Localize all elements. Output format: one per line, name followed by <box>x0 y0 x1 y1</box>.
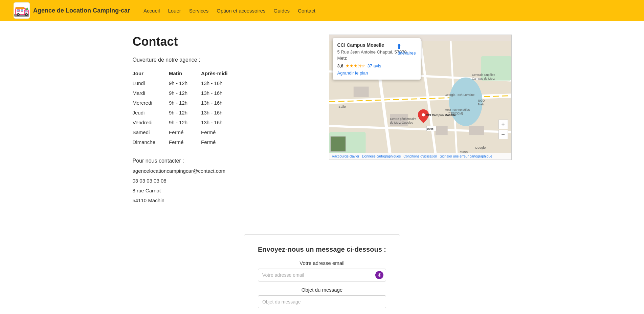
contact-email: agencelocationcampingcar@contact.com <box>133 168 315 174</box>
logo-text: Agence de Location Camping-car <box>33 7 130 14</box>
svg-point-8 <box>18 14 19 15</box>
svg-rect-28 <box>435 126 447 135</box>
svg-point-22 <box>449 78 483 126</box>
schedule-cell-apres_midi-6: Fermé <box>201 137 241 147</box>
map-zoom-in-button[interactable]: + <box>498 120 508 129</box>
svg-rect-4 <box>17 9 20 12</box>
map-error-link[interactable]: Signaler une erreur cartographique <box>440 154 492 158</box>
svg-point-44 <box>422 113 425 117</box>
map-popup-rating-row: 3,6 ★★★½☆ 37 avis <box>337 63 416 68</box>
schedule-cell-jour-6: Dimanche <box>133 137 169 147</box>
email-input[interactable] <box>258 269 386 281</box>
svg-text:UGO: UGO <box>478 99 485 102</box>
contact-address2: 54110 Machin <box>133 197 315 203</box>
subject-label: Objet du message <box>258 287 386 293</box>
schedule-cell-matin-4: 9h - 12h <box>169 118 201 127</box>
schedule-row: SamediFerméFermé <box>133 127 241 137</box>
schedule-row: Mardi9h - 12h13h - 16h <box>133 88 241 98</box>
required-icon: ✳ <box>375 271 383 279</box>
schedule-cell-jour-5: Samedi <box>133 127 169 137</box>
svg-text:Salle: Salle <box>338 105 346 108</box>
email-form-group: Votre adresse email ✳ <box>258 260 386 281</box>
schedule-cell-matin-0: 9h - 12h <box>169 78 201 88</box>
schedule-cell-apres_midi-4: 13h - 16h <box>201 118 241 127</box>
schedule-cell-matin-2: 9h - 12h <box>169 98 201 108</box>
schedule-cell-matin-1: 9h - 12h <box>169 88 201 98</box>
svg-text:Metz: Metz <box>478 103 485 106</box>
schedule-cell-jour-1: Mardi <box>133 88 169 98</box>
map-rating-num: 3,6 <box>337 63 343 68</box>
nav-options[interactable]: Option et accessoires <box>217 8 265 14</box>
schedule-row: DimancheFerméFermé <box>133 137 241 147</box>
main-content: Contact Ouverture de notre agence : Jour… <box>119 21 525 314</box>
header: Agence de Location Camping-car Accueil L… <box>0 0 644 21</box>
contact-label: Pour nous contacter : <box>133 158 315 164</box>
schedule-cell-apres_midi-0: 13h - 16h <box>201 78 241 88</box>
map-expand-link[interactable]: Agrandir le plan <box>337 70 368 76</box>
schedule-label: Ouverture de notre agence : <box>133 57 315 63</box>
form-title: Envoyez-nous un message ci-dessous : <box>258 246 386 253</box>
svg-point-10 <box>26 14 27 15</box>
schedule-cell-matin-5: Fermé <box>169 127 201 137</box>
schedule-row: Jeudi9h - 12h13h - 16h <box>133 108 241 118</box>
svg-rect-26 <box>353 87 369 97</box>
map-zoom-out-button[interactable]: − <box>498 130 508 139</box>
nav-services[interactable]: Services <box>189 8 209 14</box>
schedule-cell-matin-3: 9h - 12h <box>169 108 201 118</box>
schedule-cell-apres_midi-2: 13h - 16h <box>201 98 241 108</box>
schedule-cell-matin-6: Fermé <box>169 137 201 147</box>
nav-accueil[interactable]: Accueil <box>143 8 160 14</box>
svg-text:Georgia Tech Lorraine: Georgia Tech Lorraine <box>444 93 474 97</box>
map-popup-actions: Agrandir le plan <box>337 70 416 76</box>
svg-rect-11 <box>16 7 24 9</box>
schedule-cell-jour-4: Vendredi <box>133 118 169 127</box>
map-terms-link[interactable]: Conditions d'utilisation <box>403 154 437 158</box>
contact-form-section: Envoyez-nous un message ci-dessous : Vot… <box>244 234 400 314</box>
page-title: Contact <box>133 35 315 49</box>
map-popup: CCI Campus Moselle 5 Rue Jean Antoine Ch… <box>333 38 421 80</box>
subject-input-wrap <box>258 295 386 308</box>
svg-text:D955: D955 <box>427 127 434 130</box>
map-data-link[interactable]: Données cartographiques <box>362 154 401 158</box>
map-footer: Raccourcis clavier Données cartographiqu… <box>329 153 511 160</box>
svg-rect-46 <box>330 137 346 152</box>
schedule-cell-apres_midi-3: 13h - 16h <box>201 108 241 118</box>
contact-address1: 8 rue Carnot <box>133 188 315 193</box>
contact-section: Pour nous contacter : agencelocationcamp… <box>133 158 315 203</box>
col-apres-midi: Après-midi <box>201 68 241 78</box>
email-input-wrap: ✳ <box>258 269 386 281</box>
svg-text:CCI Campus Moselle: CCI Campus Moselle <box>426 113 456 117</box>
map-container[interactable]: Salle Centre pénitentiaire de Metz-Queul… <box>329 35 512 160</box>
map-reviews-link[interactable]: 37 avis <box>367 63 381 68</box>
email-label: Votre adresse email <box>258 260 386 266</box>
nav-louer[interactable]: Louer <box>168 8 181 14</box>
svg-text:de Metz-Queuleu: de Metz-Queuleu <box>390 121 413 124</box>
right-column: Salle Centre pénitentiaire de Metz-Queul… <box>329 35 512 160</box>
logo-icon <box>14 2 30 19</box>
subject-form-group: Objet du message <box>258 287 386 308</box>
schedule-cell-jour-0: Lundi <box>133 78 169 88</box>
col-matin: Matin <box>169 68 201 78</box>
map-itinerary-link[interactable]: ⬆ Itinéraires <box>396 42 416 56</box>
svg-text:Campus de Metz: Campus de Metz <box>472 77 495 80</box>
svg-text:Centrale Supélec: Centrale Supélec <box>472 73 495 77</box>
map-controls: + − <box>498 120 508 139</box>
schedule-cell-jour-3: Jeudi <box>133 108 169 118</box>
svg-text:Metz Techno pôles: Metz Techno pôles <box>444 108 470 111</box>
svg-rect-29 <box>469 126 484 135</box>
left-column: Contact Ouverture de notre agence : Jour… <box>133 35 315 207</box>
svg-text:Centre pénitentiaire: Centre pénitentiaire <box>390 117 416 121</box>
nav-contact[interactable]: Contact <box>298 8 315 14</box>
nav-guides[interactable]: Guides <box>274 8 290 14</box>
schedule-row: Lundi9h - 12h13h - 16h <box>133 78 241 88</box>
svg-text:Google: Google <box>475 146 486 149</box>
subject-input[interactable] <box>258 295 386 308</box>
map-shortcuts-link[interactable]: Raccourcis clavier <box>332 154 359 158</box>
logo-area: Agence de Location Camping-car <box>14 2 130 19</box>
contact-phone: 03 03 03 03 08 <box>133 178 315 184</box>
schedule-row: Vendredi9h - 12h13h - 16h <box>133 118 241 127</box>
itinerary-icon: ⬆ <box>396 42 416 50</box>
svg-rect-13 <box>27 10 27 11</box>
schedule-cell-apres_midi-5: Fermé <box>201 127 241 137</box>
schedule-cell-apres_midi-1: 13h - 16h <box>201 88 241 98</box>
